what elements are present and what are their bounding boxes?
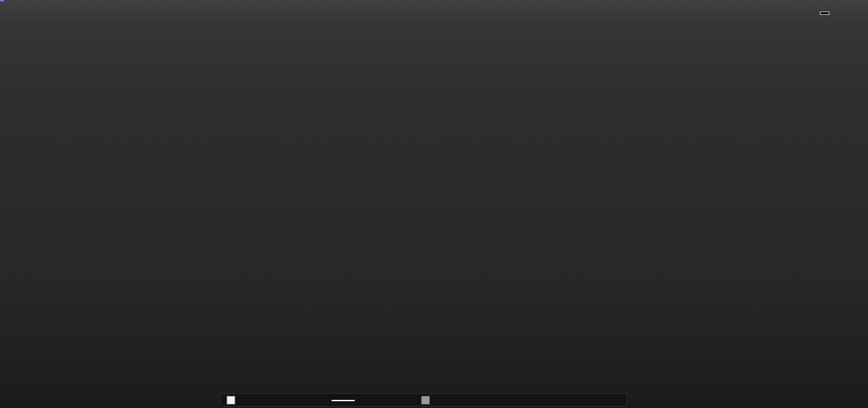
trace-visibility-checkbox[interactable] — [226, 396, 235, 405]
cursor-spl-readout — [0, 0, 4, 1]
rew-waterfall-window — [0, 0, 868, 408]
trace-legend-bar — [220, 393, 627, 407]
measurement-info-box — [820, 12, 829, 15]
waterfall-plot-canvas[interactable] — [0, 0, 868, 408]
trace-line-swatch — [332, 400, 355, 401]
image-overlay-checkbox[interactable] — [421, 396, 430, 405]
